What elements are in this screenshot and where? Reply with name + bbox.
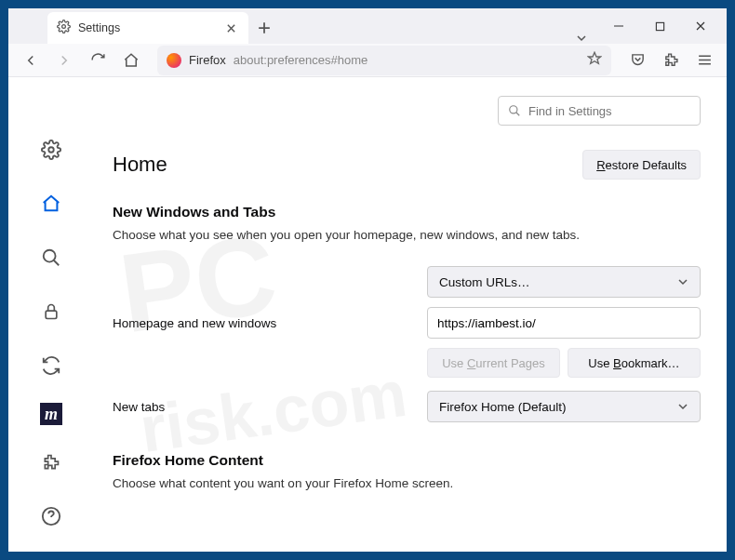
find-in-settings[interactable]	[498, 96, 701, 126]
homepage-mode-select[interactable]: Custom URLs…	[427, 266, 701, 298]
sidebar-privacy[interactable]	[34, 295, 68, 328]
maximize-button[interactable]	[639, 11, 680, 41]
tabs-dropdown-icon[interactable]	[565, 33, 598, 44]
newtabs-select[interactable]: Firefox Home (Default)	[427, 391, 701, 422]
svg-point-8	[510, 106, 517, 113]
sidebar-sync[interactable]	[34, 349, 68, 382]
sidebar-search[interactable]	[34, 241, 68, 274]
firefox-logo-icon	[167, 53, 181, 68]
home-button[interactable]	[116, 46, 146, 75]
restore-defaults-button[interactable]: Restore Defaults	[582, 150, 701, 180]
section-desc: Choose what you see when you open your h…	[113, 228, 701, 242]
section2-desc: Choose what content you want on your Fir…	[113, 476, 701, 490]
svg-point-5	[44, 250, 56, 262]
gear-icon	[57, 20, 71, 36]
use-current-pages-button: Use Current Pages	[427, 348, 560, 378]
reload-button[interactable]	[83, 46, 113, 75]
new-tab-button[interactable]	[248, 12, 280, 44]
url-bar[interactable]: Firefox about:preferences#home	[157, 46, 611, 75]
bookmark-star-icon[interactable]	[587, 51, 602, 69]
sidebar-more[interactable]: m	[40, 403, 62, 425]
homepage-url-input[interactable]	[427, 307, 701, 339]
use-bookmark-button[interactable]: Use Bookmark…	[568, 348, 701, 378]
browser-tab[interactable]: Settings	[47, 12, 248, 44]
chevron-down-icon	[677, 401, 688, 412]
search-icon	[508, 104, 521, 117]
page-title: Home	[113, 153, 167, 177]
close-window-button[interactable]	[680, 11, 721, 41]
svg-rect-1	[656, 22, 663, 30]
sidebar-help[interactable]	[34, 500, 68, 533]
url-prefix: Firefox	[189, 53, 226, 67]
forward-button[interactable]	[49, 46, 79, 75]
sidebar-home[interactable]	[34, 187, 68, 220]
menu-button[interactable]	[689, 46, 719, 75]
extensions-icon[interactable]	[656, 46, 686, 75]
homepage-label: Homepage and new windows	[113, 316, 427, 330]
section2-title: Firefox Home Content	[113, 452, 701, 469]
url-path: about:preferences#home	[234, 53, 368, 67]
tab-title: Settings	[78, 21, 215, 34]
newtabs-label: New tabs	[113, 400, 427, 414]
section-title: New Windows and Tabs	[113, 204, 701, 220]
sidebar-extensions[interactable]	[34, 446, 68, 479]
chevron-down-icon	[677, 276, 688, 287]
close-tab-icon[interactable]	[222, 20, 239, 36]
svg-rect-6	[46, 311, 57, 318]
sidebar-general[interactable]	[34, 133, 68, 167]
find-in-settings-input[interactable]	[528, 104, 690, 118]
back-button[interactable]	[16, 46, 46, 75]
svg-point-0	[62, 25, 66, 29]
minimize-button[interactable]	[598, 11, 639, 41]
pocket-icon[interactable]	[622, 46, 652, 75]
svg-point-4	[48, 147, 54, 153]
